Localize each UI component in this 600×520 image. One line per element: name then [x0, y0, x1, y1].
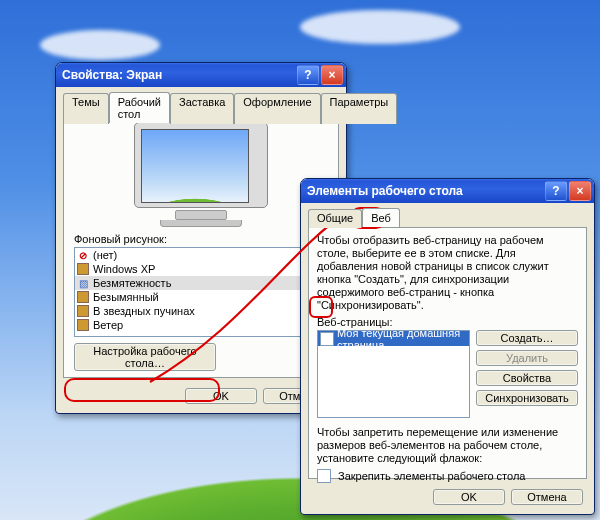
lock-checkbox-label: Закрепить элементы рабочего стола [338, 470, 525, 482]
list-item: Ветер [75, 318, 327, 332]
list-item: Windows XP [75, 262, 327, 276]
tab-desktop[interactable]: Рабочий стол [109, 92, 170, 123]
properties-button[interactable]: Свойства [476, 370, 578, 386]
desktop-items-window: Элементы рабочего стола ? × Общие Веб Чт… [300, 178, 595, 515]
create-button[interactable]: Создать… [476, 330, 578, 346]
tab-page-web: Чтобы отобразить веб-страницу на рабочем… [308, 227, 587, 479]
web-pages-list[interactable]: Моя текущая домашняя страница [317, 330, 470, 418]
list-item[interactable]: Моя текущая домашняя страница [318, 331, 469, 346]
tabset: Общие Веб [308, 208, 587, 227]
lock-instructions: Чтобы запретить перемещение или изменени… [317, 426, 578, 465]
bmp-icon [77, 263, 89, 275]
tab-themes[interactable]: Темы [63, 93, 109, 124]
monitor-screen-icon [141, 129, 249, 203]
ok-button[interactable]: OK [433, 489, 505, 505]
tab-page-desktop: Фоновый рисунок: ⊘(нет) Windows XP ▨Безм… [63, 111, 339, 378]
help-button[interactable]: ? [297, 65, 319, 85]
no-image-icon: ⊘ [77, 249, 89, 261]
list-item: Безымянный [75, 290, 327, 304]
cloud-deco [40, 30, 160, 60]
checkbox-icon[interactable] [320, 332, 334, 346]
bmp-icon [77, 319, 89, 331]
delete-button[interactable]: Удалить [476, 350, 578, 366]
bmp-icon [77, 291, 89, 303]
tab-web[interactable]: Веб [362, 208, 400, 227]
web-item-label: Моя текущая домашняя страница [337, 327, 467, 351]
tab-screensaver[interactable]: Заставка [170, 93, 234, 124]
list-item: ⊘(нет) [75, 248, 327, 262]
lock-checkbox[interactable] [317, 469, 331, 483]
tab-settings[interactable]: Параметры [321, 93, 398, 124]
wallpaper-list-label: Фоновый рисунок: [74, 233, 328, 245]
tab-appearance[interactable]: Оформление [234, 93, 320, 124]
tab-general[interactable]: Общие [308, 209, 362, 228]
sync-button[interactable]: Синхронизовать [476, 390, 578, 406]
bmp-icon [77, 305, 89, 317]
list-item: В звездных пучинах [75, 304, 327, 318]
instructions-text: Чтобы отобразить веб-страницу на рабочем… [317, 234, 578, 312]
ok-button[interactable]: OK [185, 388, 257, 404]
monitor-preview [131, 122, 271, 227]
customize-desktop-button[interactable]: Настройка рабочего стола… [74, 343, 216, 371]
titlebar[interactable]: Элементы рабочего стола ? × [301, 179, 594, 203]
desktop-background: Свойства: Экран ? × Темы Рабочий стол За… [0, 0, 600, 520]
theme-icon: ▨ [77, 277, 89, 289]
window-title: Свойства: Экран [62, 68, 295, 82]
close-button[interactable]: × [569, 181, 591, 201]
tabset: Темы Рабочий стол Заставка Оформление Па… [63, 92, 339, 123]
titlebar[interactable]: Свойства: Экран ? × [56, 63, 346, 87]
wallpaper-list[interactable]: ⊘(нет) Windows XP ▨Безмятежность Безымян… [74, 247, 328, 337]
close-button[interactable]: × [321, 65, 343, 85]
cancel-button[interactable]: Отмена [511, 489, 583, 505]
window-title: Элементы рабочего стола [307, 184, 543, 198]
cloud-deco [300, 10, 460, 44]
list-item: ▨Безмятежность [75, 276, 327, 290]
help-button[interactable]: ? [545, 181, 567, 201]
